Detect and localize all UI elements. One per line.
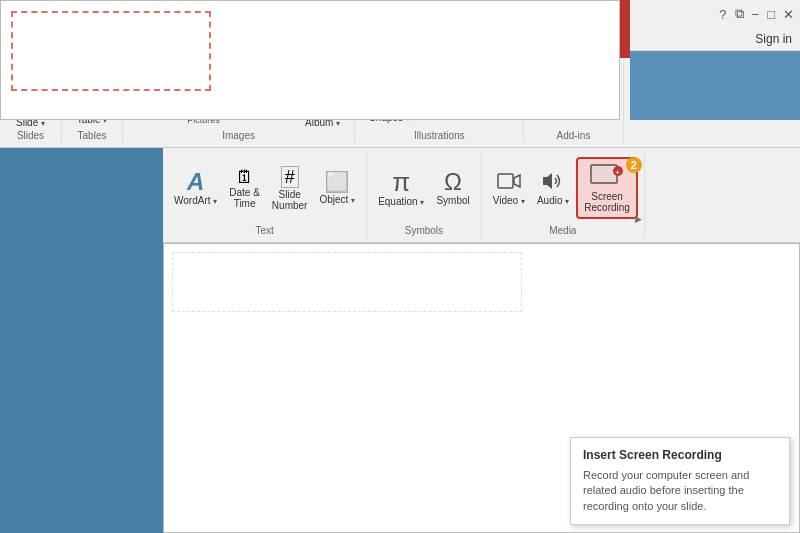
equation-label: Equation ▾ — [378, 196, 424, 207]
tooltip-description: Record your computer screen and related … — [583, 468, 777, 514]
svg-text:+: + — [616, 169, 620, 176]
object-button[interactable]: ⬜ Object ▾ — [314, 168, 360, 208]
close-button[interactable]: ✕ — [783, 7, 794, 22]
group-symbols: π Equation ▾ Ω Symbol Symbols — [367, 152, 482, 238]
slidenumber-icon: # — [281, 166, 299, 188]
audio-label: Audio ▾ — [537, 195, 569, 206]
bottom-ribbon: A WordArt ▾ 🗓 Date &Time # SlideNumber ⬜… — [163, 148, 800, 243]
screen-recording-icon: + — [590, 163, 624, 190]
video-icon — [497, 171, 521, 194]
datetime-icon: 🗓 — [236, 168, 254, 186]
text-items: A WordArt ▾ 🗓 Date &Time # SlideNumber ⬜… — [169, 163, 360, 228]
svg-marker-2 — [543, 173, 552, 189]
slide-preview-inner — [11, 11, 211, 91]
addins-group-label: Add-ins — [556, 130, 590, 141]
wordart-label: WordArt ▾ — [174, 195, 217, 206]
symbol-button[interactable]: Ω Symbol — [431, 167, 474, 209]
video-label: Video ▾ — [493, 195, 525, 206]
images-group-label: Images — [222, 130, 255, 141]
svg-marker-1 — [514, 175, 520, 187]
symbols-items: π Equation ▾ Ω Symbol — [373, 166, 475, 224]
svg-rect-0 — [498, 174, 513, 188]
symbol-label: Symbol — [436, 195, 469, 206]
audio-button[interactable]: Audio ▾ — [532, 168, 574, 209]
svg-rect-4 — [594, 168, 614, 180]
media-expand-icon[interactable]: ▶ — [635, 214, 642, 224]
minimize-button[interactable]: − — [752, 7, 760, 22]
slides-group-label: Slides — [17, 130, 44, 141]
sign-in-link[interactable]: Sign in — [755, 32, 792, 46]
wordart-button[interactable]: A WordArt ▾ — [169, 167, 222, 209]
group-media: Video ▾ Audio ▾ — [482, 152, 645, 238]
media-group-label: Media — [549, 225, 576, 236]
tooltip-title: Insert Screen Recording — [583, 448, 777, 462]
audio-icon — [542, 171, 564, 194]
datetime-button[interactable]: 🗓 Date &Time — [224, 165, 265, 212]
right-panel-top: ? ⧉ − □ ✕ Sign in — [630, 0, 800, 120]
tooltip-box: Insert Screen Recording Record your comp… — [570, 437, 790, 525]
object-label: Object ▾ — [319, 194, 355, 205]
media-items: Video ▾ Audio ▾ — [488, 157, 638, 233]
equation-icon: π — [392, 169, 410, 195]
object-icon: ⬜ — [326, 171, 348, 193]
right-panel-controls: ? ⧉ − □ ✕ — [630, 0, 800, 28]
tables-group-label: Tables — [78, 130, 107, 141]
left-blue-panel — [0, 148, 163, 533]
restore-button[interactable]: ⧉ — [735, 6, 744, 22]
screen-recording-label: ScreenRecording — [584, 191, 630, 213]
help-button[interactable]: ? — [719, 7, 726, 22]
illustrations-group-label: Illustrations — [414, 130, 465, 141]
wordart-icon: A — [187, 170, 204, 194]
symbol-icon: Ω — [444, 170, 462, 194]
slidenumber-button[interactable]: # SlideNumber — [267, 163, 313, 214]
text-group-label: Text — [255, 225, 273, 236]
video-button[interactable]: Video ▾ — [488, 168, 530, 209]
slide-preview-top — [0, 0, 620, 120]
datetime-label: Date &Time — [229, 187, 260, 209]
screen-recording-button[interactable]: + ScreenRecording 2 — [576, 157, 638, 219]
group-text: A WordArt ▾ 🗓 Date &Time # SlideNumber ⬜… — [163, 152, 367, 238]
slidenumber-label: SlideNumber — [272, 189, 308, 211]
step2-badge: 2 — [626, 157, 642, 173]
equation-button[interactable]: π Equation ▾ — [373, 166, 429, 210]
symbols-group-label: Symbols — [405, 225, 443, 236]
maximize-button[interactable]: □ — [767, 7, 775, 22]
